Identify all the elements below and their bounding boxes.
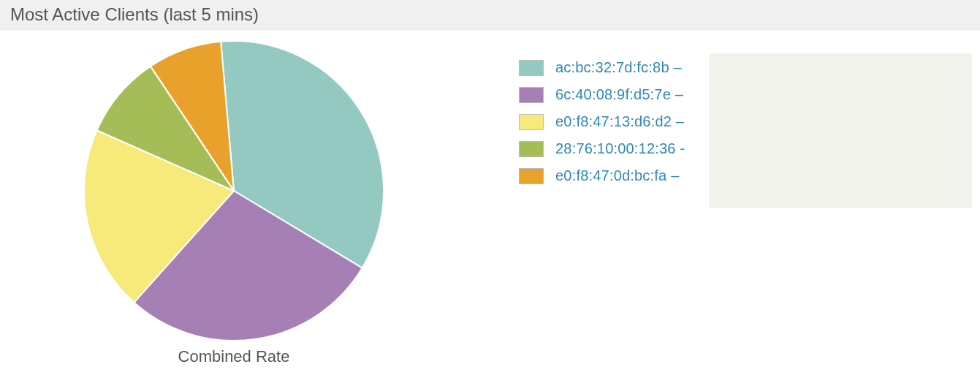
legend-item[interactable]: ac:bc:32:7d:fc:8b –	[519, 59, 685, 76]
legend-item[interactable]: 6c:40:08:9f:d5:7e –	[519, 86, 685, 103]
legend-list: ac:bc:32:7d:fc:8b –6c:40:08:9f:d5:7e –e0…	[519, 59, 685, 184]
legend-label[interactable]: 28:76:10:00:12:36 -	[555, 140, 685, 157]
legend-label[interactable]: 6c:40:08:9f:d5:7e –	[555, 86, 683, 103]
legend-swatch	[519, 60, 544, 76]
chart-column: Combined Rate	[0, 37, 409, 366]
chart-caption: Combined Rate	[178, 347, 290, 366]
legend-label[interactable]: e0:f8:47:0d:bc:fa –	[555, 167, 679, 184]
legend-label[interactable]: ac:bc:32:7d:fc:8b –	[555, 59, 682, 76]
legend-swatch	[519, 168, 544, 184]
pie-chart	[80, 37, 387, 344]
legend-swatch	[519, 141, 544, 157]
legend-swatch	[519, 87, 544, 103]
panel-title: Most Active Clients (last 5 mins)	[0, 0, 980, 30]
legend-label[interactable]: e0:f8:47:13:d6:d2 –	[555, 113, 684, 130]
legend-item[interactable]: 28:76:10:00:12:36 -	[519, 140, 685, 157]
active-clients-panel: Most Active Clients (last 5 mins) Combin…	[0, 0, 980, 366]
legend-background	[709, 53, 972, 208]
legend-swatch	[519, 114, 544, 130]
legend-item[interactable]: e0:f8:47:13:d6:d2 –	[519, 113, 685, 130]
panel-body: Combined Rate ac:bc:32:7d:fc:8b –6c:40:0…	[0, 30, 980, 366]
legend-item[interactable]: e0:f8:47:0d:bc:fa –	[519, 167, 685, 184]
legend-column: ac:bc:32:7d:fc:8b –6c:40:08:9f:d5:7e –e0…	[409, 37, 685, 184]
